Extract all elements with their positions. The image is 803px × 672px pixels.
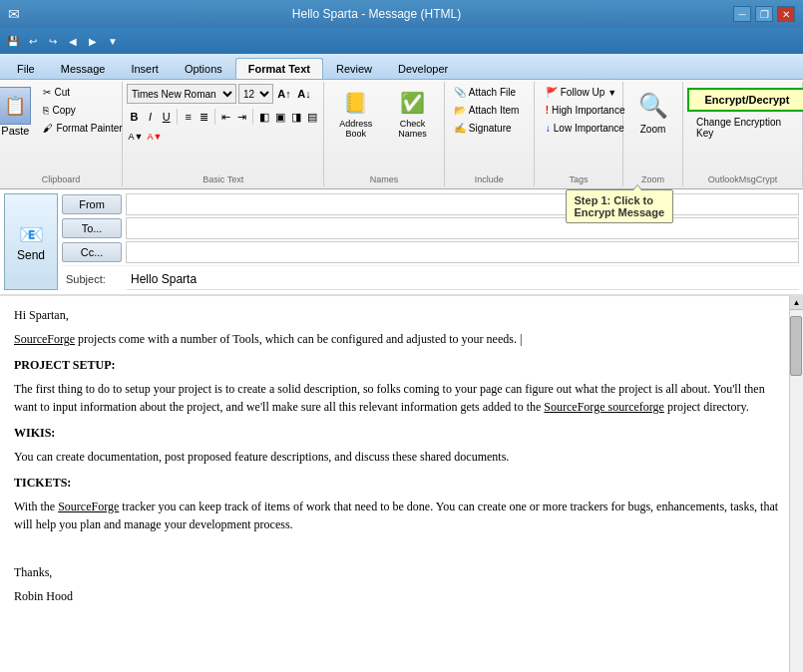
increase-font-btn[interactable]: A↑ <box>275 85 293 103</box>
tags-group: 🚩 Follow Up ▼ ! High Importance ↓ Low Im… <box>535 82 623 186</box>
ribbon-tabs: File Message Insert Options Format Text … <box>0 54 803 80</box>
clipboard-group: 📋 Paste ✂ Cut ⎘ Copy 🖌 Format Painter <box>0 82 123 186</box>
address-book-icon: 📒 <box>340 87 372 119</box>
attach-file-button[interactable]: 📎 Attach File <box>449 84 530 101</box>
bullets-button[interactable]: ≡ <box>181 108 196 126</box>
align-center-btn[interactable]: ▣ <box>272 108 287 126</box>
email-body[interactable]: Hi Spartan, SourceForge projects come wi… <box>0 295 803 672</box>
signature: Robin Hood <box>14 587 783 605</box>
check-names-icon: ✅ <box>396 87 428 119</box>
ribbon: 📋 Paste ✂ Cut ⎘ Copy 🖌 Format Painter <box>0 80 803 189</box>
tickets-body: With the SourceForge tracker you can kee… <box>14 498 783 533</box>
check-names-button[interactable]: ✅ Check Names <box>385 84 440 142</box>
justify-btn[interactable]: ▤ <box>304 108 319 126</box>
address-book-button[interactable]: 📒 Address Book <box>328 84 383 142</box>
paste-icon: 📋 <box>0 87 31 125</box>
from-input[interactable] <box>126 193 799 215</box>
send-label: Send <box>17 248 45 262</box>
scrollbar-thumb[interactable] <box>790 316 802 376</box>
qa-save[interactable]: 💾 <box>4 33 22 49</box>
font-family-select[interactable]: Times New Roman <box>127 84 236 104</box>
tab-developer[interactable]: Developer <box>385 58 461 79</box>
qa-undo[interactable]: ↩ <box>24 33 42 49</box>
align-right-btn[interactable]: ◨ <box>288 108 303 126</box>
outlook-msg-crypt-label: OutlookMsgCrypt <box>708 174 778 184</box>
subject-row: Subject: <box>62 265 799 290</box>
minimize-btn[interactable]: ─ <box>733 6 751 22</box>
tab-options[interactable]: Options <box>172 58 235 79</box>
sourceforge-intro-link[interactable]: SourceForge <box>14 332 75 346</box>
clipboard-label: Clipboard <box>42 174 81 184</box>
from-button[interactable]: From <box>62 194 122 214</box>
attach-item-icon: 📂 <box>454 105 466 116</box>
numbered-list-button[interactable]: ≣ <box>197 108 211 126</box>
tab-insert[interactable]: Insert <box>118 58 172 79</box>
font-size-select[interactable]: 12 <box>238 84 273 104</box>
subject-input[interactable] <box>127 268 799 290</box>
to-input[interactable] <box>126 217 799 239</box>
attach-item-button[interactable]: 📂 Attach Item <box>449 102 530 119</box>
tab-message[interactable]: Message <box>48 58 119 79</box>
high-importance-button[interactable]: ! High Importance <box>539 102 618 119</box>
clipboard-small-buttons: ✂ Cut ⎘ Copy 🖌 Format Painter <box>38 84 127 137</box>
qa-back[interactable]: ◀ <box>64 33 82 49</box>
names-group: 📒 Address Book ✅ Check Names Names <box>324 82 444 186</box>
to-button[interactable]: To... <box>62 218 122 238</box>
zoom-label: Zoom <box>641 174 664 184</box>
tab-review[interactable]: Review <box>323 58 385 79</box>
email-fields: From To... Cc... Subject: <box>62 193 799 290</box>
align-left-btn[interactable]: ◧ <box>256 108 271 126</box>
change-encryption-button[interactable]: Change Encryption Key <box>687 114 803 142</box>
decrease-indent-btn[interactable]: ⇤ <box>218 108 233 126</box>
cc-button[interactable]: Cc... <box>62 242 122 262</box>
paste-label: Paste <box>1 125 29 137</box>
signature-button[interactable]: ✍ Signature <box>449 120 530 137</box>
scrollbar-track[interactable]: ▲ ▼ <box>789 296 803 672</box>
zoom-icon: 🔍 <box>635 88 671 124</box>
tab-file[interactable]: File <box>4 58 48 79</box>
tab-format-text[interactable]: Format Text <box>235 58 323 79</box>
include-group: 📎 Attach File 📂 Attach Item ✍ Signature … <box>445 82 535 186</box>
tickets-title: TICKETS: <box>14 474 783 492</box>
wikis-body: You can create documentation, post propo… <box>14 448 783 466</box>
include-label: Include <box>475 174 504 184</box>
qa-forward[interactable]: ▶ <box>84 33 102 49</box>
qa-dropdown[interactable]: ▼ <box>104 33 122 49</box>
title-bar-text: Hello Sparta - Message (HTML) <box>20 7 733 21</box>
low-importance-button[interactable]: ↓ Low Importance <box>539 120 618 137</box>
qa-redo[interactable]: ↪ <box>44 33 62 49</box>
underline-button[interactable]: U <box>159 108 174 126</box>
paperclip-icon: 📎 <box>454 87 466 98</box>
cc-input[interactable] <box>126 241 799 263</box>
close-btn[interactable]: ✕ <box>777 6 795 22</box>
zoom-button[interactable]: 🔍 Zoom <box>627 84 679 139</box>
format-painter-button[interactable]: 🖌 Format Painter <box>38 120 127 137</box>
scroll-up-btn[interactable]: ▲ <box>790 296 803 310</box>
sourceforge-body-link[interactable]: SourceForge sourceforge <box>544 400 664 414</box>
send-icon: 📧 <box>19 222 44 246</box>
copy-button[interactable]: ⎘ Copy <box>38 102 127 119</box>
compose-header: 📧 Send From To... Cc... Subject: <box>0 189 803 295</box>
sourceforge-tickets-link[interactable]: SourceForge <box>58 500 119 513</box>
send-button[interactable]: 📧 Send <box>4 193 58 290</box>
font-color-btn[interactable]: A▼ <box>146 128 164 146</box>
outlook-msg-crypt-group: Encrypt/Decrypt Change Encryption Key Ou… <box>683 82 803 186</box>
high-importance-icon: ! <box>546 105 549 116</box>
project-setup-body: The first thing to do to setup your proj… <box>14 380 783 416</box>
cut-button[interactable]: ✂ Cut <box>38 84 127 101</box>
highlight-btn[interactable]: A▼ <box>127 128 145 146</box>
decrease-font-btn[interactable]: A↓ <box>295 85 313 103</box>
copy-icon: ⎘ <box>43 105 49 116</box>
restore-btn[interactable]: ❐ <box>755 6 773 22</box>
basic-text-label: Basic Text <box>202 174 243 184</box>
encrypt-decrypt-button[interactable]: Encrypt/Decrypt <box>687 88 803 112</box>
title-bar: ✉ Hello Sparta - Message (HTML) ─ ❐ ✕ <box>0 0 803 28</box>
subject-label: Subject: <box>62 273 127 285</box>
increase-indent-btn[interactable]: ⇥ <box>234 108 249 126</box>
italic-button[interactable]: I <box>143 108 158 126</box>
bold-button[interactable]: B <box>127 108 142 126</box>
follow-up-button[interactable]: 🚩 Follow Up ▼ <box>539 84 618 101</box>
paste-button[interactable]: 📋 Paste <box>0 84 36 140</box>
zoom-group: 🔍 Zoom Zoom <box>623 82 683 186</box>
scissors-icon: ✂ <box>43 87 51 98</box>
